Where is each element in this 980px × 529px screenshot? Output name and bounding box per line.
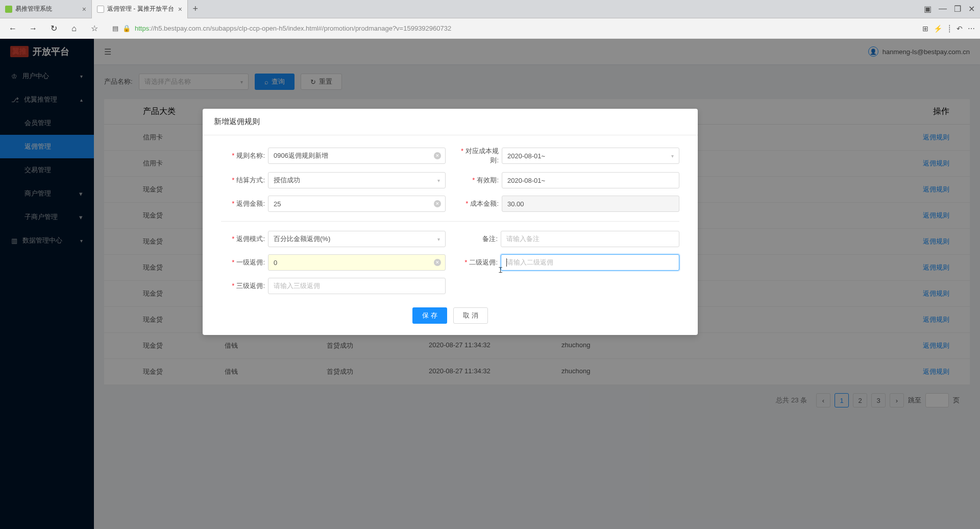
text-cursor-icon: 𝙸 xyxy=(498,266,503,275)
undo-icon[interactable]: ↶ xyxy=(957,25,963,33)
valid-period-label: 有效期: xyxy=(455,176,502,185)
url-path: ://h5.bestpay.com.cn/subapps/clp-ccp-ope… xyxy=(149,25,451,32)
favorite-button[interactable]: ☆ xyxy=(87,21,102,36)
input-value: 30.00 xyxy=(507,200,524,208)
home-button[interactable]: ⌂ xyxy=(66,21,82,36)
select-value: 百分比金额返佣(%) xyxy=(274,234,330,244)
add-commission-rule-modal: 新增返佣规则 规则名称: 0906返佣规则新增 ✕ 对应成本规则: 2020-0… xyxy=(203,109,698,335)
input-placeholder: 请输入二级返佣 xyxy=(507,258,553,267)
browser-tab-2[interactable]: 返佣管理 - 翼推开放平台 × xyxy=(92,0,188,18)
level1-label: 一级返佣: xyxy=(221,258,268,267)
input-value: 0906返佣规则新增 xyxy=(274,151,328,160)
rule-name-input[interactable]: 0906返佣规则新增 ✕ xyxy=(268,148,446,164)
button-label: 保 存 xyxy=(422,311,437,320)
level1-input[interactable]: 0 ✕ xyxy=(268,254,446,271)
url-protocol: https xyxy=(135,25,149,32)
chevron-down-icon: ▾ xyxy=(437,236,440,242)
bolt-icon[interactable]: ⚡ xyxy=(934,25,942,33)
minimize-icon[interactable]: ― xyxy=(939,4,947,14)
back-button[interactable]: ← xyxy=(5,21,20,36)
url-bar[interactable]: ▤ 🔒 https://h5.bestpay.com.cn/subapps/cl… xyxy=(107,25,917,32)
input-value: 0 xyxy=(274,259,277,267)
commission-amount-input[interactable]: 25 ✕ xyxy=(268,196,446,212)
browser-tabs-bar: 易推管理系统 × 返佣管理 - 翼推开放平台 × + ▣ ― ❐ ✕ xyxy=(0,0,980,18)
input-value: 25 xyxy=(274,200,281,208)
tab-title: 易推管理系统 xyxy=(15,5,78,13)
maximize-icon[interactable]: ❐ xyxy=(954,4,961,14)
reading-mode-icon: ▤ xyxy=(112,25,118,32)
commission-mode-label: 返佣模式: xyxy=(221,234,268,244)
cost-amount-label: 成本金额: xyxy=(455,199,502,208)
qr-icon[interactable]: ⊞ xyxy=(922,25,928,33)
input-placeholder: 请输入备注 xyxy=(506,234,540,244)
cost-rule-select[interactable]: 2020-08-01~ ▾ xyxy=(502,148,679,164)
chevron-down-icon: ▾ xyxy=(437,178,440,183)
input-value: 2020-08-01~ xyxy=(507,177,545,184)
modal-title: 新增返佣规则 xyxy=(203,109,698,135)
level2-input[interactable]: 请输入二级返佣 xyxy=(501,254,679,271)
favicon-icon xyxy=(5,6,12,13)
browser-nav-bar: ← → ↻ ⌂ ☆ ▤ 🔒 https://h5.bestpay.com.cn/… xyxy=(0,18,980,39)
close-icon[interactable]: × xyxy=(178,5,182,13)
select-value: 2020-08-01~ xyxy=(507,152,545,160)
separator: ┊ xyxy=(947,25,951,33)
more-icon[interactable]: ⋯ xyxy=(968,25,975,33)
level3-input[interactable]: 请输入三级返佣 xyxy=(268,278,446,294)
commission-amount-label: 返佣金额: xyxy=(221,199,268,208)
chevron-down-icon: ▾ xyxy=(671,153,674,159)
settle-method-select[interactable]: 授信成功 ▾ xyxy=(268,172,446,188)
level2-label: 二级返佣: xyxy=(455,258,501,267)
valid-period-input[interactable]: 2020-08-01~ xyxy=(502,172,679,188)
cost-amount-input[interactable]: 30.00 xyxy=(502,196,679,212)
remark-label: 备注: xyxy=(455,234,501,244)
close-icon[interactable]: × xyxy=(82,5,86,13)
divider xyxy=(221,221,679,222)
input-placeholder: 请输入三级返佣 xyxy=(274,281,320,291)
select-value: 授信成功 xyxy=(274,176,300,185)
clear-icon[interactable]: ✕ xyxy=(434,200,441,207)
refresh-button[interactable]: ↻ xyxy=(46,21,61,36)
clear-icon[interactable]: ✕ xyxy=(434,259,441,266)
cost-rule-label: 对应成本规则: xyxy=(455,147,502,165)
forward-button[interactable]: → xyxy=(26,21,41,36)
cancel-button[interactable]: 取 消 xyxy=(453,307,488,324)
clear-icon[interactable]: ✕ xyxy=(434,152,441,159)
rule-name-label: 规则名称: xyxy=(221,151,268,160)
favicon-icon xyxy=(97,6,104,13)
extension-icon[interactable]: ▣ xyxy=(924,4,932,14)
new-tab-button[interactable]: + xyxy=(188,4,203,14)
level3-label: 三级返佣: xyxy=(221,281,268,291)
tab-title: 返佣管理 - 翼推开放平台 xyxy=(107,5,174,13)
save-button[interactable]: 保 存 xyxy=(412,307,447,324)
remark-input[interactable]: 请输入备注 xyxy=(501,231,679,247)
settle-method-label: 结算方式: xyxy=(221,176,268,185)
lock-icon: 🔒 xyxy=(122,25,131,32)
commission-mode-select[interactable]: 百分比金额返佣(%) ▾ xyxy=(268,231,446,247)
button-label: 取 消 xyxy=(463,311,478,320)
browser-tab-1[interactable]: 易推管理系统 × xyxy=(0,0,92,18)
window-close-icon[interactable]: ✕ xyxy=(968,4,975,14)
